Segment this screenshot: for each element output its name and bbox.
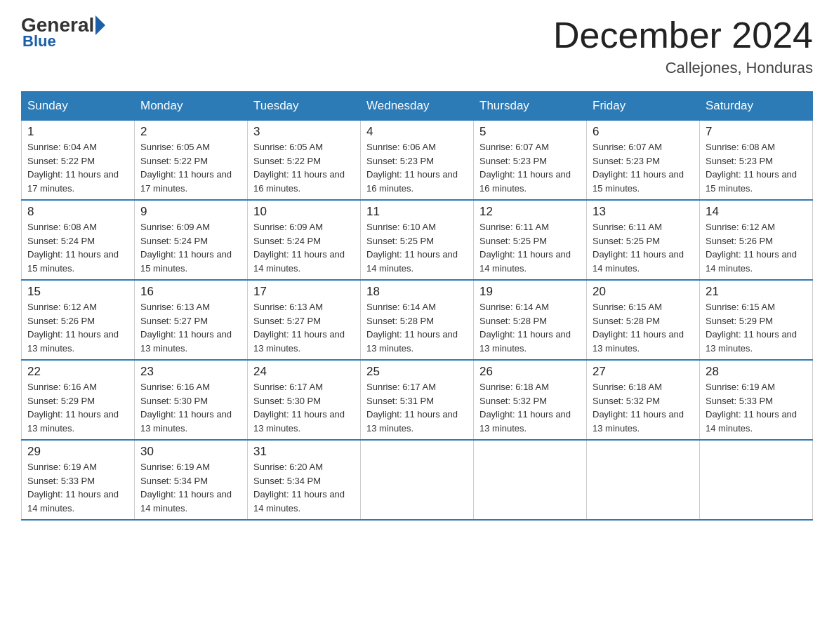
day-number: 16 <box>140 285 241 299</box>
day-number: 18 <box>366 285 468 299</box>
calendar-cell: 8 Sunrise: 6:08 AM Sunset: 5:24 PM Dayli… <box>22 200 135 280</box>
day-info: Sunrise: 6:19 AM Sunset: 5:33 PM Dayligh… <box>706 380 807 435</box>
day-number: 1 <box>27 125 128 139</box>
calendar-cell: 4 Sunrise: 6:06 AM Sunset: 5:23 PM Dayli… <box>361 121 474 201</box>
calendar-cell: 15 Sunrise: 6:12 AM Sunset: 5:26 PM Dayl… <box>22 280 135 360</box>
day-number: 27 <box>593 365 694 379</box>
page-title: December 2024 <box>553 14 813 56</box>
day-number: 13 <box>593 205 694 219</box>
calendar-cell: 2 Sunrise: 6:05 AM Sunset: 5:22 PM Dayli… <box>135 121 248 201</box>
calendar-cell: 14 Sunrise: 6:12 AM Sunset: 5:26 PM Dayl… <box>700 200 813 280</box>
day-info: Sunrise: 6:19 AM Sunset: 5:33 PM Dayligh… <box>27 460 128 515</box>
calendar-cell: 10 Sunrise: 6:09 AM Sunset: 5:24 PM Dayl… <box>248 200 361 280</box>
day-info: Sunrise: 6:06 AM Sunset: 5:23 PM Dayligh… <box>366 140 468 195</box>
day-info: Sunrise: 6:11 AM Sunset: 5:25 PM Dayligh… <box>479 220 581 275</box>
day-info: Sunrise: 6:16 AM Sunset: 5:29 PM Dayligh… <box>27 380 128 435</box>
logo-blue: Blue <box>22 32 56 51</box>
calendar-cell: 7 Sunrise: 6:08 AM Sunset: 5:23 PM Dayli… <box>700 121 813 201</box>
day-number: 19 <box>479 285 581 299</box>
calendar-week-1: 1 Sunrise: 6:04 AM Sunset: 5:22 PM Dayli… <box>22 121 813 201</box>
day-number: 3 <box>253 125 355 139</box>
calendar-cell: 5 Sunrise: 6:07 AM Sunset: 5:23 PM Dayli… <box>474 121 587 201</box>
calendar-cell: 23 Sunrise: 6:16 AM Sunset: 5:30 PM Dayl… <box>135 360 248 440</box>
day-number: 30 <box>140 445 241 459</box>
day-number: 10 <box>253 205 355 219</box>
calendar-cell: 16 Sunrise: 6:13 AM Sunset: 5:27 PM Dayl… <box>135 280 248 360</box>
calendar-cell <box>700 440 813 520</box>
day-info: Sunrise: 6:20 AM Sunset: 5:34 PM Dayligh… <box>253 460 355 515</box>
day-number: 6 <box>593 125 694 139</box>
calendar-week-5: 29 Sunrise: 6:19 AM Sunset: 5:33 PM Dayl… <box>22 440 813 520</box>
day-number: 2 <box>140 125 241 139</box>
page-subtitle: Callejones, Honduras <box>553 59 813 77</box>
day-info: Sunrise: 6:19 AM Sunset: 5:34 PM Dayligh… <box>140 460 241 515</box>
day-info: Sunrise: 6:05 AM Sunset: 5:22 PM Dayligh… <box>140 140 241 195</box>
day-info: Sunrise: 6:09 AM Sunset: 5:24 PM Dayligh… <box>140 220 241 275</box>
page-header: General Blue December 2024 Callejones, H… <box>21 14 813 77</box>
header-saturday: Saturday <box>700 92 813 121</box>
day-info: Sunrise: 6:04 AM Sunset: 5:22 PM Dayligh… <box>27 140 128 195</box>
calendar-week-4: 22 Sunrise: 6:16 AM Sunset: 5:29 PM Dayl… <box>22 360 813 440</box>
day-number: 24 <box>253 365 355 379</box>
day-number: 17 <box>253 285 355 299</box>
day-info: Sunrise: 6:17 AM Sunset: 5:31 PM Dayligh… <box>366 380 468 435</box>
day-info: Sunrise: 6:07 AM Sunset: 5:23 PM Dayligh… <box>593 140 694 195</box>
day-number: 20 <box>593 285 694 299</box>
day-info: Sunrise: 6:11 AM Sunset: 5:25 PM Dayligh… <box>593 220 694 275</box>
title-section: December 2024 Callejones, Honduras <box>553 14 813 77</box>
day-info: Sunrise: 6:12 AM Sunset: 5:26 PM Dayligh… <box>706 220 807 275</box>
day-number: 21 <box>706 285 807 299</box>
day-info: Sunrise: 6:08 AM Sunset: 5:23 PM Dayligh… <box>706 140 807 195</box>
calendar-cell: 28 Sunrise: 6:19 AM Sunset: 5:33 PM Dayl… <box>700 360 813 440</box>
day-number: 29 <box>27 445 128 459</box>
calendar-cell: 25 Sunrise: 6:17 AM Sunset: 5:31 PM Dayl… <box>361 360 474 440</box>
day-number: 11 <box>366 205 468 219</box>
day-info: Sunrise: 6:12 AM Sunset: 5:26 PM Dayligh… <box>27 300 128 355</box>
calendar-cell: 18 Sunrise: 6:14 AM Sunset: 5:28 PM Dayl… <box>361 280 474 360</box>
calendar-cell: 9 Sunrise: 6:09 AM Sunset: 5:24 PM Dayli… <box>135 200 248 280</box>
day-info: Sunrise: 6:18 AM Sunset: 5:32 PM Dayligh… <box>593 380 694 435</box>
calendar-cell <box>587 440 700 520</box>
day-number: 5 <box>479 125 581 139</box>
calendar-cell: 29 Sunrise: 6:19 AM Sunset: 5:33 PM Dayl… <box>22 440 135 520</box>
day-number: 7 <box>706 125 807 139</box>
calendar-week-2: 8 Sunrise: 6:08 AM Sunset: 5:24 PM Dayli… <box>22 200 813 280</box>
header-wednesday: Wednesday <box>361 92 474 121</box>
logo-arrow-icon <box>95 15 105 35</box>
day-info: Sunrise: 6:05 AM Sunset: 5:22 PM Dayligh… <box>253 140 355 195</box>
calendar-cell: 19 Sunrise: 6:14 AM Sunset: 5:28 PM Dayl… <box>474 280 587 360</box>
calendar-cell: 27 Sunrise: 6:18 AM Sunset: 5:32 PM Dayl… <box>587 360 700 440</box>
day-info: Sunrise: 6:13 AM Sunset: 5:27 PM Dayligh… <box>140 300 241 355</box>
day-info: Sunrise: 6:17 AM Sunset: 5:30 PM Dayligh… <box>253 380 355 435</box>
day-number: 15 <box>27 285 128 299</box>
day-info: Sunrise: 6:14 AM Sunset: 5:28 PM Dayligh… <box>479 300 581 355</box>
day-info: Sunrise: 6:15 AM Sunset: 5:29 PM Dayligh… <box>706 300 807 355</box>
day-number: 14 <box>706 205 807 219</box>
header-monday: Monday <box>135 92 248 121</box>
calendar-header: SundayMondayTuesdayWednesdayThursdayFrid… <box>22 92 813 121</box>
header-tuesday: Tuesday <box>248 92 361 121</box>
calendar-cell: 26 Sunrise: 6:18 AM Sunset: 5:32 PM Dayl… <box>474 360 587 440</box>
day-info: Sunrise: 6:14 AM Sunset: 5:28 PM Dayligh… <box>366 300 468 355</box>
calendar-table: SundayMondayTuesdayWednesdayThursdayFrid… <box>21 91 813 521</box>
day-info: Sunrise: 6:10 AM Sunset: 5:25 PM Dayligh… <box>366 220 468 275</box>
calendar-cell: 11 Sunrise: 6:10 AM Sunset: 5:25 PM Dayl… <box>361 200 474 280</box>
day-info: Sunrise: 6:07 AM Sunset: 5:23 PM Dayligh… <box>479 140 581 195</box>
calendar-cell: 30 Sunrise: 6:19 AM Sunset: 5:34 PM Dayl… <box>135 440 248 520</box>
day-info: Sunrise: 6:16 AM Sunset: 5:30 PM Dayligh… <box>140 380 241 435</box>
day-info: Sunrise: 6:18 AM Sunset: 5:32 PM Dayligh… <box>479 380 581 435</box>
calendar-cell <box>361 440 474 520</box>
calendar-cell <box>474 440 587 520</box>
calendar-cell: 24 Sunrise: 6:17 AM Sunset: 5:30 PM Dayl… <box>248 360 361 440</box>
calendar-cell: 20 Sunrise: 6:15 AM Sunset: 5:28 PM Dayl… <box>587 280 700 360</box>
day-number: 12 <box>479 205 581 219</box>
header-thursday: Thursday <box>474 92 587 121</box>
calendar-cell: 31 Sunrise: 6:20 AM Sunset: 5:34 PM Dayl… <box>248 440 361 520</box>
calendar-cell: 21 Sunrise: 6:15 AM Sunset: 5:29 PM Dayl… <box>700 280 813 360</box>
day-info: Sunrise: 6:09 AM Sunset: 5:24 PM Dayligh… <box>253 220 355 275</box>
header-sunday: Sunday <box>22 92 135 121</box>
calendar-cell: 22 Sunrise: 6:16 AM Sunset: 5:29 PM Dayl… <box>22 360 135 440</box>
calendar-cell: 3 Sunrise: 6:05 AM Sunset: 5:22 PM Dayli… <box>248 121 361 201</box>
day-number: 28 <box>706 365 807 379</box>
day-number: 4 <box>366 125 468 139</box>
